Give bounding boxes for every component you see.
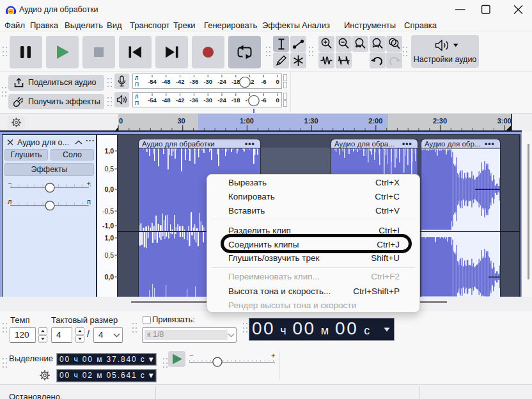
svg-text:-0,5: -0,5 [102, 207, 114, 215]
svg-text:0,0: 0,0 [104, 273, 114, 281]
svg-text:0,5: 0,5 [104, 251, 114, 259]
svg-text:+: + [271, 352, 275, 359]
svg-text:0,0: 0,0 [104, 185, 114, 193]
svg-text:−: − [189, 352, 193, 359]
svg-text:1,0: 1,0 [104, 234, 114, 242]
svg-text:-1,0: -1,0 [102, 222, 114, 230]
svg-text:0,5: 0,5 [104, 165, 114, 173]
svg-text:1,0: 1,0 [104, 147, 114, 155]
